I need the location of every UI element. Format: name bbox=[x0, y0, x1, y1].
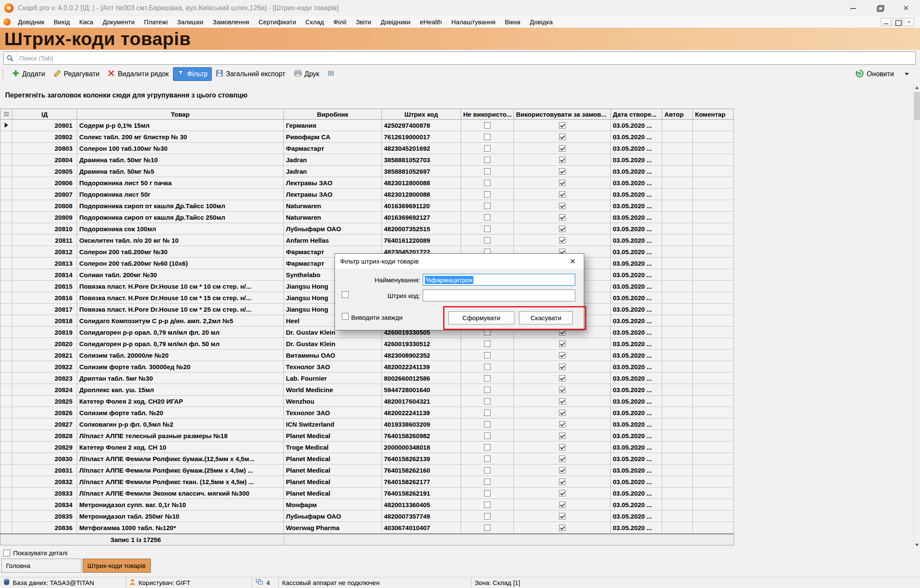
barcode-field[interactable] bbox=[423, 290, 575, 301]
cell-row-selector[interactable] bbox=[0, 269, 12, 281]
cell-row-selector[interactable] bbox=[0, 430, 12, 442]
cell-row-selector[interactable] bbox=[0, 465, 12, 476]
checkbox-use-by-order[interactable] bbox=[559, 387, 565, 393]
cell-row-selector[interactable] bbox=[0, 177, 12, 189]
checkbox-use-by-order[interactable] bbox=[559, 122, 565, 129]
search-box[interactable] bbox=[3, 52, 916, 65]
menu-item-Довідники[interactable]: Довідники bbox=[376, 17, 415, 27]
checkbox-use-by-order[interactable] bbox=[559, 341, 565, 347]
restore-icon[interactable] bbox=[876, 4, 883, 12]
column-header-6[interactable]: Використовувати за замов... bbox=[514, 109, 611, 119]
checkbox-use-by-order[interactable] bbox=[559, 364, 565, 370]
table-row[interactable]: 20804Драмина табл. 50мг №10Jadran3858881… bbox=[0, 154, 734, 166]
checkbox-use-by-order[interactable] bbox=[559, 467, 565, 473]
menu-item-Каса[interactable]: Каса bbox=[75, 17, 98, 27]
vertical-scrollbar[interactable] bbox=[913, 84, 920, 548]
menu-item-Довідник[interactable]: Довідник bbox=[13, 17, 49, 27]
table-row[interactable]: 20831Л/пласт АЛПЕ Фемили Ролфикс бумаж.(… bbox=[0, 465, 734, 476]
cell-row-selector[interactable] bbox=[0, 223, 12, 235]
tab-barcodes[interactable]: Штрих-коди товарів bbox=[83, 559, 151, 573]
minimize-icon[interactable] bbox=[849, 4, 857, 12]
checkbox-not-used[interactable] bbox=[484, 122, 490, 129]
menu-item-Замовлення[interactable]: Замовлення bbox=[208, 17, 254, 27]
cell-row-selector[interactable] bbox=[0, 200, 12, 212]
name-field[interactable]: %фармацитрон bbox=[423, 274, 575, 286]
table-row[interactable]: 20833Л/пласт АЛПЕ Фемили Эконом классич.… bbox=[0, 488, 734, 499]
checkbox-use-by-order[interactable] bbox=[559, 421, 565, 427]
row-selector-header-icon[interactable] bbox=[0, 109, 12, 119]
dialog-close-icon[interactable]: × bbox=[567, 257, 579, 266]
cell-row-selector[interactable] bbox=[0, 396, 12, 407]
column-header-4[interactable]: Штрих код bbox=[382, 109, 461, 119]
cell-row-selector[interactable] bbox=[0, 292, 12, 304]
cell-row-selector[interactable] bbox=[0, 120, 12, 131]
search-input[interactable] bbox=[17, 54, 915, 62]
cell-row-selector[interactable] bbox=[0, 131, 12, 143]
checkbox-use-by-order[interactable] bbox=[559, 433, 565, 439]
checkbox-use-by-order[interactable] bbox=[559, 145, 565, 152]
cell-row-selector[interactable] bbox=[0, 499, 12, 511]
table-row[interactable]: 20828Л/пласт АЛПЕ телесный разные размер… bbox=[0, 430, 734, 442]
search-icon[interactable] bbox=[4, 52, 17, 64]
mdi-restore-icon[interactable] bbox=[892, 18, 903, 26]
cell-row-selector[interactable] bbox=[0, 522, 12, 534]
cell-row-selector[interactable] bbox=[0, 511, 12, 522]
cell-row-selector[interactable] bbox=[0, 258, 12, 269]
table-row[interactable]: 20806Подорожника лист 50 г пачкаЛектравы… bbox=[0, 177, 734, 189]
checkbox-not-used[interactable] bbox=[484, 145, 490, 152]
filter-button[interactable]: Фільтр bbox=[173, 67, 212, 81]
table-row[interactable]: 20808Подорожника сироп от кашля Др.Тайсс… bbox=[0, 200, 734, 212]
table-row[interactable]: 20830Л/пласт АЛПЕ Фемили Ролфикс бумаж.(… bbox=[0, 453, 734, 465]
cell-row-selector[interactable] bbox=[0, 442, 12, 453]
table-row[interactable]: 20809Подорожника сироп от кашля Др.Тайсс… bbox=[0, 212, 734, 223]
table-row[interactable]: 20823Дриптан табл. 5мг №30Lab. Fournier8… bbox=[0, 373, 734, 384]
checkbox-not-used[interactable] bbox=[484, 479, 490, 485]
checkbox-use-by-order[interactable] bbox=[559, 490, 565, 496]
table-row[interactable]: 20801Содерм р-р 0,1% 15млГермания4250297… bbox=[0, 120, 734, 131]
table-row[interactable]: 20820Солидагорен р-р орал. 0,79 мл/мл фл… bbox=[0, 338, 734, 350]
menu-item-Документи[interactable]: Документи bbox=[98, 17, 139, 27]
edit-button[interactable]: Редагувати bbox=[49, 67, 104, 81]
table-row[interactable]: 20835Метронидазол табл. 250мг №10Лубныфа… bbox=[0, 511, 734, 522]
export-button[interactable]: Загальний експорт bbox=[212, 67, 289, 81]
checkbox-use-by-order[interactable] bbox=[559, 410, 565, 416]
checkbox-not-used[interactable] bbox=[484, 421, 490, 427]
checkbox-not-used[interactable] bbox=[484, 168, 490, 175]
checkbox-use-by-order[interactable] bbox=[559, 180, 565, 186]
scroll-down-icon[interactable] bbox=[914, 541, 920, 548]
column-header-9[interactable]: Коментар bbox=[693, 109, 734, 119]
checkbox-use-by-order[interactable] bbox=[559, 226, 565, 232]
menu-item-Довідка[interactable]: Довідка bbox=[525, 17, 557, 27]
always-show-checkbox[interactable] bbox=[342, 313, 349, 320]
scroll-up-icon[interactable] bbox=[914, 84, 920, 91]
checkbox-use-by-order[interactable] bbox=[559, 134, 565, 140]
checkbox-not-used[interactable] bbox=[484, 433, 490, 439]
cell-row-selector[interactable] bbox=[0, 373, 12, 384]
checkbox-not-used[interactable] bbox=[484, 191, 490, 198]
checkbox-not-used[interactable] bbox=[484, 525, 490, 531]
table-row[interactable]: 20824Дроплекс кап. уш. 15млWorld Medicin… bbox=[0, 384, 734, 396]
checkbox-use-by-order[interactable] bbox=[559, 157, 565, 163]
checkbox-use-by-order[interactable] bbox=[559, 375, 565, 381]
column-header-8[interactable]: Автор bbox=[662, 109, 693, 119]
mdi-minimize-icon[interactable] bbox=[881, 18, 891, 26]
checkbox-not-used[interactable] bbox=[484, 157, 490, 163]
table-row[interactable]: 20811Оксилитен табл. п/о 20 мг № 10Anfar… bbox=[0, 235, 734, 246]
menu-item-Звіти[interactable]: Звіти bbox=[351, 17, 376, 27]
table-row[interactable]: 20803Солерон 100 таб.100мг №30Фармастарт… bbox=[0, 143, 734, 154]
checkbox-not-used[interactable] bbox=[484, 237, 490, 244]
cell-row-selector[interactable] bbox=[0, 304, 12, 315]
table-row[interactable]: 20802Солекс табл. 200 мг блистер № 30Рив… bbox=[0, 131, 734, 143]
checkbox-not-used[interactable] bbox=[484, 490, 490, 496]
cell-row-selector[interactable] bbox=[0, 212, 12, 223]
show-details-checkbox[interactable] bbox=[3, 550, 10, 556]
refresh-button[interactable]: Оновити bbox=[851, 67, 898, 82]
chevron-down-icon[interactable] bbox=[905, 73, 909, 75]
checkbox-not-used[interactable] bbox=[484, 398, 490, 404]
checkbox-use-by-order[interactable] bbox=[559, 352, 565, 359]
menu-item-Вікна[interactable]: Вікна bbox=[500, 17, 525, 27]
cell-row-selector[interactable] bbox=[0, 419, 12, 430]
menu-item-Філії[interactable]: Філії bbox=[329, 17, 351, 27]
checkbox-not-used[interactable] bbox=[484, 375, 490, 381]
column-header-3[interactable]: Виробник bbox=[284, 109, 382, 119]
